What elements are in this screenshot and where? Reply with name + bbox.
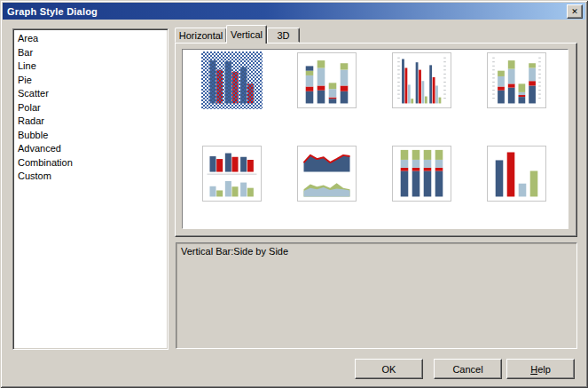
cancel-button[interactable]: Cancel	[434, 359, 502, 379]
description-text: Vertical Bar:Side by Side	[176, 243, 576, 259]
close-button[interactable]: ✕	[567, 4, 583, 19]
thumbnail-simple-bars[interactable]	[487, 146, 546, 202]
window-title: Graph Style Dialog	[3, 6, 98, 17]
list-item-bar[interactable]: Bar	[13, 46, 168, 60]
tab-horizontal[interactable]: Horizontal	[175, 28, 227, 43]
tab-page-vertical	[175, 43, 577, 237]
description-panel: Vertical Bar:Side by Side	[176, 242, 577, 349]
ok-button[interactable]: OK	[355, 359, 423, 379]
tab-3d-label: 3D	[277, 30, 289, 41]
style-category-listbox[interactable]: AreaBarLinePieScatterPolarRadarBubbleAdv…	[12, 28, 169, 350]
list-item-area[interactable]: Area	[13, 32, 168, 46]
thumbnail-stacked[interactable]	[297, 52, 357, 108]
list-item-scatter[interactable]: Scatter	[13, 87, 168, 101]
cancel-button-label: Cancel	[440, 364, 496, 375]
tab-horizontal-label: Horizontal	[179, 30, 223, 41]
style-preview-panel	[182, 49, 568, 229]
close-icon: ✕	[571, 8, 578, 16]
list-item-advanced[interactable]: Advanced	[13, 142, 168, 156]
list-item-custom[interactable]: Custom	[13, 170, 168, 184]
help-button[interactable]: Help	[506, 359, 575, 379]
list-item-bubble[interactable]: Bubble	[13, 129, 168, 143]
list-item-line[interactable]: Line	[13, 59, 168, 74]
list-item-radar[interactable]: Radar	[13, 115, 168, 129]
thumbnail-stacked-100[interactable]	[392, 146, 451, 202]
tab-vertical-label: Vertical	[231, 29, 263, 40]
thumbnail-dual-panel-bars[interactable]	[202, 146, 262, 202]
thumbnail-stacked-axes[interactable]	[487, 52, 546, 108]
list-item-pie[interactable]: Pie	[13, 74, 168, 88]
list-item-combination[interactable]: Combination	[13, 156, 168, 170]
thumbnail-dual-panel-areas[interactable]	[297, 146, 357, 202]
list-item-polar[interactable]: Polar	[13, 101, 168, 115]
ok-button-label: OK	[361, 364, 417, 375]
thumbnail-side-by-side[interactable]	[202, 52, 262, 108]
help-button-label: Help	[513, 364, 568, 375]
titlebar: Graph Style Dialog ✕	[3, 3, 585, 20]
tab-3d[interactable]: 3D	[267, 28, 300, 43]
thumbnail-side-by-side-axes[interactable]	[392, 52, 451, 108]
graph-style-dialog: Graph Style Dialog ✕ AreaBarLinePieScatt…	[0, 0, 588, 388]
tab-vertical[interactable]: Vertical	[226, 25, 267, 44]
